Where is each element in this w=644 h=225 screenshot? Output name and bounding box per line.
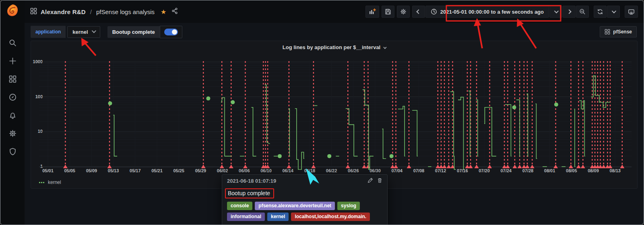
x-axis: 05/0105/0505/0905/1305/1705/2105/2505/29… (39, 168, 632, 175)
annotation-text: Bootup complete (225, 188, 274, 198)
time-range-forward-button[interactable] (563, 6, 576, 18)
annotation-tags: consolepfsense.alexware.deverteuil.netsy… (222, 200, 387, 225)
annotation-tag[interactable]: kernel (267, 213, 289, 221)
time-picker-caret-button[interactable] (549, 6, 562, 18)
cycle-view-mode-button[interactable] (625, 6, 638, 18)
breadcrumb[interactable]: Alexandre R&D / pfSense logs analysis ★ (30, 8, 178, 16)
delete-trash-icon[interactable] (377, 178, 382, 184)
x-tick-label: 05/09 (86, 168, 97, 173)
x-tick-label: 05/17 (130, 168, 141, 173)
x-tick-label: 06/22 (326, 168, 337, 173)
chevron-down-icon (91, 28, 96, 33)
annotation-toggle-label: Bootup complete (107, 26, 160, 38)
search-icon[interactable] (9, 39, 17, 47)
alerting-bell-icon[interactable] (9, 111, 17, 119)
annotation-tag[interactable]: informational (227, 213, 265, 221)
grafana-logo[interactable] (6, 4, 19, 17)
x-tick-label: 06/30 (369, 168, 381, 173)
annotation-tag[interactable]: pfsense.alexware.deverteuil.net (255, 202, 335, 210)
annotation-time: 2021-06-18 01:07:19 (227, 178, 276, 184)
annotation-tag[interactable]: localhost,localhost.my.domain. (291, 213, 370, 221)
legend-series-name: kernel (48, 180, 61, 185)
x-tick-label: 07/12 (435, 168, 446, 173)
toggle-switch-on[interactable] (164, 29, 178, 35)
time-range-picker[interactable]: 2021-05-01 00:00:00 to a few seconds ago (425, 6, 549, 18)
panel-title-text: Log lines by application per $__interval (283, 44, 380, 50)
dashboard-settings-button[interactable] (397, 6, 410, 18)
annotation-tooltip: 2021-06-18 01:07:19 Bootup complete cons… (222, 174, 388, 225)
x-tick-label: 07/20 (479, 168, 490, 173)
legend-item-kernel[interactable]: kernel (39, 180, 61, 185)
time-range-back-button[interactable] (412, 6, 425, 18)
panel-title[interactable]: Log lines by application per $__interval (31, 44, 637, 50)
x-tick-label: 08/09 (588, 168, 599, 173)
dashboards-icon[interactable] (9, 75, 17, 83)
refresh-interval-caret-button[interactable] (607, 6, 620, 18)
zoom-out-button[interactable] (576, 6, 589, 18)
x-tick-label: 06/18 (304, 168, 316, 173)
x-tick-label: 06/14 (282, 168, 293, 173)
x-tick-label: 07/08 (413, 168, 425, 173)
chevron-left-icon (416, 9, 421, 14)
annotation-toggle[interactable] (160, 26, 182, 38)
series-kernel (579, 101, 585, 156)
create-plus-icon[interactable] (9, 57, 17, 65)
variable-value-dropdown[interactable]: kernel (67, 26, 100, 38)
grafana-app: Alexandre R&D / pfSense logs analysis ★ (0, 0, 644, 225)
x-tick-label: 05/29 (195, 168, 206, 173)
series-point (327, 154, 331, 158)
dashboard-submenu: application kernel Bootup complete pfSen… (31, 25, 637, 38)
x-tick-label: 05/13 (108, 168, 119, 173)
variable-label: application (31, 26, 66, 38)
chevron-down-icon (383, 45, 386, 49)
breadcrumb-folder[interactable]: Alexandre R&D (41, 8, 86, 15)
breadcrumb-page-title[interactable]: pfSense logs analysis (96, 8, 155, 15)
favorite-star-icon[interactable]: ★ (161, 8, 166, 16)
series-kernel (574, 109, 576, 167)
configuration-gear-icon[interactable] (9, 130, 17, 137)
time-series-chart[interactable] (39, 60, 632, 170)
dashboard-toolbar: 2021-05-01 00:00:00 to a few seconds ago (365, 6, 638, 18)
dashboard-link-label: pfSense (613, 29, 632, 35)
series-kernel (450, 92, 456, 169)
series-point (278, 154, 282, 158)
series-point (206, 97, 210, 101)
explore-compass-icon[interactable] (9, 93, 17, 101)
x-tick-label: 08/13 (609, 168, 621, 173)
chevron-down-icon (554, 9, 559, 13)
add-panel-button[interactable] (365, 6, 379, 18)
x-tick-label: 05/01 (42, 168, 54, 173)
x-tick-label: 08/05 (566, 168, 577, 173)
series-kernel (527, 94, 528, 156)
series-point (554, 103, 558, 107)
x-tick-label: 06/26 (348, 168, 359, 173)
series-point (108, 101, 112, 105)
chevron-right-icon (567, 9, 571, 14)
server-admin-shield-icon[interactable] (9, 148, 17, 155)
x-tick-label: 08/01 (544, 168, 555, 173)
series-point (390, 154, 394, 158)
series-kernel (398, 106, 405, 156)
x-tick-label: 05/25 (173, 168, 184, 173)
annotation-tag[interactable]: syslog (337, 202, 360, 210)
share-icon[interactable] (171, 8, 178, 16)
series-kernel (221, 98, 232, 156)
series-kernel (469, 91, 471, 156)
edit-pencil-icon[interactable] (367, 178, 373, 184)
annotation-tag[interactable]: console (227, 202, 252, 210)
legend-series-swatch (39, 182, 45, 183)
time-range-text: 2021-05-01 00:00:00 to a few seconds ago (440, 9, 544, 15)
breadcrumb-separator: / (89, 8, 93, 15)
x-tick-label: 07/28 (522, 168, 534, 173)
dashboard-link-pfsense[interactable]: pfSense (600, 26, 637, 37)
save-dashboard-button[interactable] (382, 6, 394, 18)
graph-panel: Log lines by application per $__interval… (31, 41, 638, 189)
x-tick-label: 06/10 (260, 168, 272, 173)
series-kernel (535, 104, 537, 159)
sidebar (0, 0, 25, 225)
toggle-knob (172, 29, 177, 35)
refresh-button[interactable] (594, 6, 607, 18)
x-tick-label: 07/04 (391, 168, 402, 173)
x-tick-label: 06/02 (217, 168, 228, 173)
series-point (231, 100, 235, 104)
